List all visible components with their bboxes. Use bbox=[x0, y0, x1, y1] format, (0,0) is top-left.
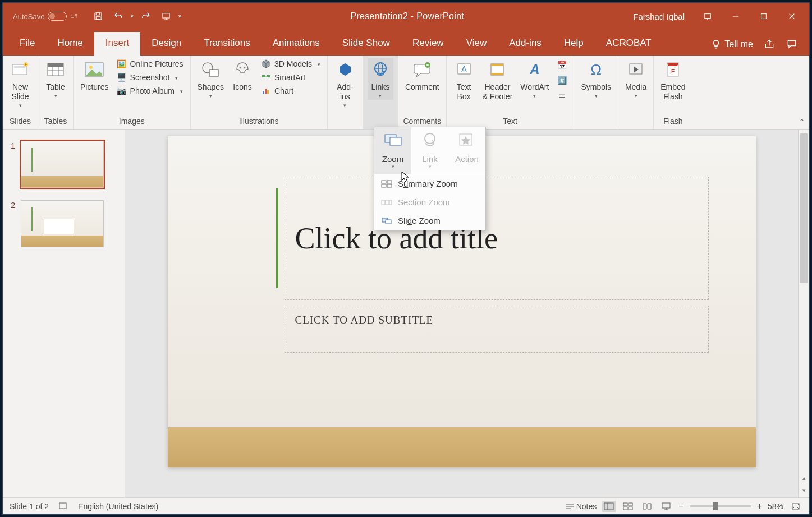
svg-rect-63 bbox=[386, 200, 389, 205]
reading-view-button[interactable] bbox=[640, 501, 654, 512]
thumbnail-number: 1 bbox=[11, 141, 15, 188]
zoom-slider[interactable] bbox=[690, 505, 751, 507]
svg-text:A: A bbox=[461, 64, 467, 73]
close-button[interactable] bbox=[779, 3, 805, 29]
undo-button[interactable] bbox=[111, 8, 126, 24]
save-button[interactable] bbox=[90, 8, 106, 24]
comment-label: Comment bbox=[405, 82, 439, 92]
shapes-button[interactable]: Shapes ▾ bbox=[195, 58, 226, 100]
svg-rect-2 bbox=[96, 17, 100, 20]
scrollbar-thumb[interactable] bbox=[800, 133, 808, 283]
date-time-button[interactable]: 📅 bbox=[554, 59, 569, 71]
thumbnail-slide-2[interactable]: 2 bbox=[11, 200, 117, 247]
icons-button[interactable]: Icons bbox=[230, 58, 255, 93]
next-slide-button[interactable]: ▾ bbox=[802, 487, 806, 494]
media-button[interactable]: Media ▾ bbox=[623, 58, 649, 100]
account-username[interactable]: Farshad Iqbal bbox=[633, 12, 685, 21]
wordart-button[interactable]: A WordArt ▾ bbox=[518, 58, 551, 100]
header-footer-button[interactable]: Header & Footer bbox=[480, 58, 515, 103]
section-zoom-label: Section Zoom bbox=[398, 197, 450, 207]
language-status[interactable]: English (United States) bbox=[78, 502, 158, 511]
smartart-button[interactable]: SmartArt bbox=[259, 71, 323, 84]
tab-addins[interactable]: Add-ins bbox=[498, 32, 553, 56]
action-menu-label: Action bbox=[455, 154, 479, 164]
tell-me-label: Tell me bbox=[724, 39, 753, 49]
comment-button[interactable]: Comment bbox=[403, 58, 442, 93]
tell-me-search[interactable]: Tell me bbox=[711, 39, 753, 49]
slide-number-button[interactable]: #️⃣ bbox=[554, 74, 569, 86]
photo-album-icon: 📷 bbox=[117, 86, 127, 96]
addins-button[interactable]: Add- ins ▾ bbox=[332, 58, 358, 109]
zoom-out-button[interactable]: − bbox=[678, 501, 683, 511]
summary-zoom-item[interactable]: Summary Zoom bbox=[374, 174, 485, 193]
spell-check-icon[interactable] bbox=[59, 502, 68, 510]
tab-transitions[interactable]: Transitions bbox=[192, 32, 262, 56]
notes-button[interactable]: Notes bbox=[565, 502, 597, 511]
tab-design[interactable]: Design bbox=[140, 32, 192, 56]
minimize-button[interactable] bbox=[723, 3, 749, 29]
title-placeholder[interactable]: Click to add title bbox=[285, 177, 709, 300]
autosave-state: Off bbox=[70, 13, 77, 19]
online-pictures-button[interactable]: 🖼️Online Pictures bbox=[114, 58, 186, 70]
comments-icon[interactable] bbox=[786, 39, 798, 50]
prev-slide-button[interactable]: ▴ bbox=[802, 474, 806, 482]
object-icon: ▭ bbox=[557, 90, 567, 100]
zoom-percentage[interactable]: 58% bbox=[768, 502, 783, 511]
zoom-slider-thumb[interactable] bbox=[713, 502, 718, 510]
slide-counter[interactable]: Slide 1 of 2 bbox=[10, 502, 49, 511]
redo-button[interactable] bbox=[138, 8, 154, 24]
zoom-in-button[interactable]: + bbox=[757, 501, 762, 511]
object-button[interactable]: ▭ bbox=[554, 89, 569, 101]
new-slide-button[interactable]: New Slide ▾ bbox=[7, 58, 33, 109]
section-zoom-icon bbox=[381, 199, 392, 206]
symbols-button[interactable]: Ω Symbols ▾ bbox=[579, 58, 613, 100]
maximize-icon bbox=[760, 12, 768, 20]
tab-review[interactable]: Review bbox=[401, 32, 455, 56]
tab-file[interactable]: File bbox=[8, 32, 46, 56]
svg-rect-58 bbox=[382, 181, 386, 183]
normal-view-button[interactable] bbox=[602, 501, 616, 512]
photo-album-button[interactable]: 📷Photo Album▾ bbox=[114, 85, 186, 97]
share-icon[interactable] bbox=[763, 39, 776, 50]
start-from-beginning-button[interactable] bbox=[158, 8, 174, 24]
tab-animations[interactable]: Animations bbox=[262, 32, 331, 56]
slideshow-view-button[interactable] bbox=[659, 501, 673, 512]
3d-models-button[interactable]: 3D Models▾ bbox=[259, 58, 323, 70]
autosave-toggle[interactable]: AutoSave Off bbox=[13, 12, 77, 21]
undo-dropdown[interactable]: ▾ bbox=[131, 13, 134, 19]
svg-text:A: A bbox=[529, 62, 539, 77]
screenshot-button[interactable]: 🖥️Screenshot▾ bbox=[114, 71, 186, 84]
tab-slideshow[interactable]: Slide Show bbox=[331, 32, 401, 56]
tab-insert[interactable]: Insert bbox=[94, 32, 141, 56]
links-button[interactable]: Links ▾ bbox=[368, 58, 393, 100]
slide-zoom-item[interactable]: Slide Zoom bbox=[374, 211, 485, 230]
group-comments-label: Comments bbox=[403, 117, 442, 128]
pictures-icon bbox=[84, 59, 105, 80]
ribbon-options-icon bbox=[704, 12, 712, 20]
tab-acrobat[interactable]: ACROBAT bbox=[595, 32, 663, 56]
zoom-menu-button[interactable]: Zoom ▾ bbox=[374, 127, 411, 174]
slide-thumbnails-panel[interactable]: 1 2 bbox=[3, 130, 125, 497]
vertical-scrollbar[interactable]: ▴ ▾ bbox=[798, 130, 809, 497]
thumbnail-slide-1[interactable]: 1 bbox=[11, 141, 117, 188]
link-menu-button: Link ▾ bbox=[411, 127, 448, 174]
chart-button[interactable]: Chart bbox=[259, 85, 323, 97]
svg-rect-61 bbox=[387, 184, 392, 187]
fit-to-window-button[interactable] bbox=[789, 501, 802, 512]
svg-rect-26 bbox=[265, 89, 267, 94]
tab-home[interactable]: Home bbox=[46, 32, 94, 56]
ribbon-display-options[interactable] bbox=[695, 3, 721, 29]
group-illustrations-label: Illustrations bbox=[195, 117, 323, 128]
text-box-button[interactable]: A Text Box bbox=[451, 58, 477, 103]
embed-flash-button[interactable]: F Embed Flash bbox=[658, 58, 687, 103]
pictures-button[interactable]: Pictures bbox=[78, 58, 111, 93]
subtitle-placeholder[interactable]: CLICK TO ADD SUBTITLE bbox=[285, 306, 709, 353]
svg-rect-62 bbox=[382, 200, 385, 205]
tab-help[interactable]: Help bbox=[553, 32, 595, 56]
collapse-ribbon-button[interactable]: ⌃ bbox=[799, 118, 805, 126]
link-menu-label: Link bbox=[422, 154, 438, 164]
maximize-button[interactable] bbox=[751, 3, 777, 29]
tab-view[interactable]: View bbox=[455, 32, 498, 56]
table-button[interactable]: Table ▾ bbox=[43, 58, 68, 100]
slide-sorter-view-button[interactable] bbox=[621, 501, 635, 512]
